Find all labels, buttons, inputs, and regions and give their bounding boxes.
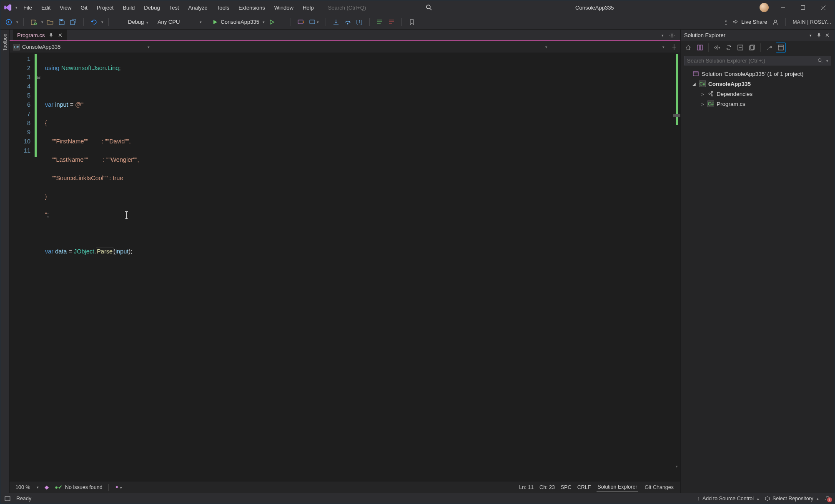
collapse-all-button[interactable]	[735, 43, 745, 53]
tabs-settings-icon[interactable]	[667, 31, 677, 40]
zoom-dropdown-icon[interactable]: ▾	[37, 485, 39, 489]
panel-views-dropdown-icon[interactable]: ▾	[806, 31, 815, 40]
tree-solution-node[interactable]: Solution 'ConsoleApp335' (1 of 1 project…	[683, 69, 832, 79]
add-to-source-control-button[interactable]: ↑ Add to Source Control ▴	[697, 496, 759, 501]
step-into-button[interactable]	[331, 17, 341, 28]
step-out-button[interactable]	[354, 17, 364, 28]
start-debug-dropdown-icon[interactable]: ▾	[263, 20, 265, 24]
tabs-overflow-icon[interactable]: ▾	[662, 33, 664, 38]
tree-program-cs-node[interactable]: ▷ C# Program.cs	[683, 99, 832, 109]
overview-ruler[interactable]: ▴ ▾	[673, 53, 680, 481]
comment-button[interactable]	[375, 17, 385, 28]
menu-file[interactable]: File	[19, 2, 36, 13]
nav-scope-caret-icon[interactable]: ▾	[662, 45, 664, 49]
output-icon[interactable]	[5, 496, 10, 501]
browser-link-button[interactable]: ▾	[308, 17, 321, 28]
sync-button[interactable]	[724, 43, 734, 53]
toolbar-overflow-icon[interactable]: ▾	[725, 19, 727, 25]
indent-mode[interactable]: SPC	[561, 484, 572, 490]
search-icon[interactable]	[425, 3, 433, 12]
platform-dropdown-icon[interactable]: ▾	[200, 20, 202, 24]
save-button[interactable]	[57, 17, 67, 28]
scroll-down-icon[interactable]: ▾	[673, 464, 680, 469]
live-share-button[interactable]: Live Share	[732, 19, 767, 25]
feedback-button[interactable]	[772, 19, 779, 25]
search-input[interactable]	[328, 5, 386, 11]
code-content[interactable]: using Newtonsoft.Json.Linq; var input = …	[43, 53, 673, 481]
menu-help[interactable]: Help	[298, 2, 318, 13]
tab-close-icon[interactable]: ✕	[57, 33, 63, 38]
menu-window[interactable]: Window	[270, 2, 298, 13]
start-debug-button[interactable]: ConsoleApp335	[212, 19, 259, 25]
issues-indicator[interactable]: ●✔ No issues found	[55, 484, 102, 490]
window-maximize-button[interactable]	[794, 0, 812, 15]
split-editor-icon[interactable]	[671, 44, 677, 50]
nav-member-caret-icon[interactable]: ▾	[545, 45, 547, 49]
step-over-button[interactable]	[343, 17, 353, 28]
show-all-files-button[interactable]	[747, 43, 757, 53]
search-options-icon[interactable]: ▾	[826, 59, 828, 63]
panel-close-icon[interactable]: ✕	[823, 31, 831, 40]
switch-views-button[interactable]	[695, 43, 705, 53]
menu-view[interactable]: View	[55, 2, 75, 13]
new-item-dropdown-icon[interactable]: ▾	[41, 20, 43, 24]
uncomment-button[interactable]	[386, 17, 396, 28]
tree-project-node[interactable]: ◢ C# ConsoleApp335	[683, 79, 832, 89]
menu-git[interactable]: Git	[76, 2, 92, 13]
zoom-level[interactable]: 100 %	[15, 484, 30, 490]
home-button[interactable]	[683, 43, 693, 53]
notifications-button[interactable]: 1	[825, 496, 830, 501]
undo-button[interactable]	[89, 17, 99, 28]
panel-tab-solution-explorer[interactable]: Solution Explorer	[597, 483, 638, 491]
menu-project[interactable]: Project	[93, 2, 118, 13]
search-box[interactable]	[325, 3, 390, 12]
panel-pin-icon[interactable]	[815, 31, 823, 40]
tree-expand-icon[interactable]: ▷	[700, 92, 705, 96]
health-indicator-icon[interactable]: ◆	[45, 484, 49, 490]
toolbox-tab[interactable]: Toolbox	[1, 32, 9, 53]
properties-button[interactable]	[764, 43, 774, 53]
menu-debug[interactable]: Debug	[140, 2, 164, 13]
select-repository-button[interactable]: Select Repository ▴	[765, 496, 819, 501]
panel-tab-git-changes[interactable]: Git Changes	[644, 483, 675, 491]
fold-gutter[interactable]: ⊟	[37, 53, 43, 481]
intellicode-icon[interactable]: ✦▾	[115, 484, 122, 490]
bookmark-button[interactable]	[407, 17, 417, 28]
solution-search-box[interactable]: ▾	[684, 56, 831, 65]
nav-project-caret-icon[interactable]: ▾	[148, 45, 150, 49]
tab-pin-icon[interactable]	[48, 33, 54, 38]
logo-dropdown-icon[interactable]: ▾	[15, 5, 18, 10]
code-editor[interactable]: 123 456 789 1011 ⊟ using Newtonsoft.Json…	[10, 53, 680, 481]
menu-extensions[interactable]: Extensions	[234, 2, 269, 13]
tree-dependencies-node[interactable]: ▷ Dependencies	[683, 89, 832, 99]
window-minimize-button[interactable]	[774, 0, 792, 15]
start-no-debug-button[interactable]	[269, 19, 275, 25]
menu-test[interactable]: Test	[165, 2, 183, 13]
tab-program-cs[interactable]: Program.cs ✕	[13, 30, 67, 41]
caret-line[interactable]: Ln: 11	[519, 484, 534, 490]
solution-platform-dropdown[interactable]: Any CPU	[156, 19, 181, 25]
git-branch-indicator[interactable]: MAIN | ROSLY...	[792, 19, 831, 25]
menu-analyze[interactable]: Analyze	[184, 2, 211, 13]
nav-project-dropdown[interactable]: C# ConsoleApp335	[13, 44, 61, 50]
save-all-button[interactable]	[68, 17, 78, 28]
window-close-button[interactable]	[814, 0, 832, 15]
eol-mode[interactable]: CRLF	[577, 484, 591, 490]
menu-edit[interactable]: Edit	[37, 2, 55, 13]
user-avatar[interactable]	[760, 3, 769, 12]
nav-back-dropdown-icon[interactable]: ▾	[16, 20, 18, 24]
pending-changes-filter-button[interactable]: ▾	[712, 43, 722, 53]
search-icon[interactable]	[817, 58, 823, 63]
menu-tools[interactable]: Tools	[213, 2, 233, 13]
solution-search-input[interactable]	[687, 58, 815, 64]
undo-dropdown-icon[interactable]: ▾	[101, 20, 103, 24]
tree-collapse-icon[interactable]: ◢	[692, 82, 697, 86]
open-file-button[interactable]	[45, 17, 55, 28]
tree-expand-icon[interactable]: ▷	[700, 102, 705, 106]
menu-build[interactable]: Build	[118, 2, 139, 13]
solution-config-dropdown[interactable]: Debug ▾	[126, 19, 150, 25]
caret-char[interactable]: Ch: 23	[539, 484, 555, 490]
nav-back-button[interactable]	[4, 17, 14, 28]
new-item-button[interactable]	[29, 17, 39, 28]
preview-button[interactable]	[776, 43, 786, 53]
